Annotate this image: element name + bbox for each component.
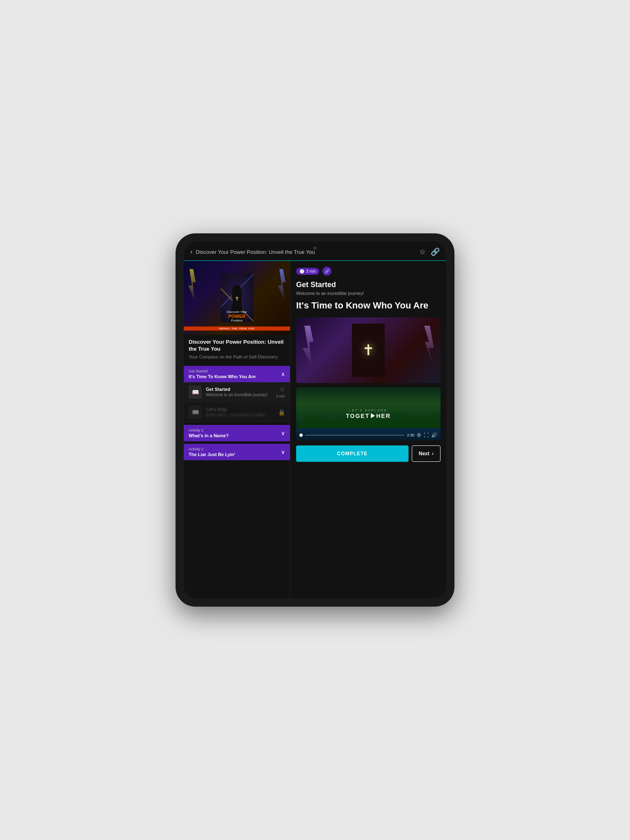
lesson-star-icon[interactable]: ☆ <box>280 386 285 393</box>
course-subtitle: Your Compass on the Path of Self-Discove… <box>189 354 285 359</box>
together-text-right: HER <box>376 412 391 419</box>
hero-cross-icon: ✝ <box>362 342 374 359</box>
volume-icon[interactable]: 🔊 <box>431 432 437 438</box>
header-actions: ☆ 🔗 <box>419 247 440 256</box>
hero-image: ✝ <box>296 317 441 383</box>
lesson-heading: Get Started <box>296 281 441 289</box>
fullscreen-icon[interactable]: ⛶ <box>424 432 429 438</box>
lesson-desc: Welcome to an incredible journey! <box>206 393 276 397</box>
section-get-started: Get Started It's Time To Know Who You Ar… <box>184 366 290 422</box>
course-info: Discover Your Power Position: Unveil the… <box>184 335 290 363</box>
page-title: Discover Your Power Position: Unveil the… <box>196 249 419 255</box>
lesson-book-icon-locked: 📖 <box>189 406 202 419</box>
left-panel: ✝ Discover Your POWER Position UNVEIL TH… <box>184 261 290 598</box>
favorite-icon[interactable]: ☆ <box>419 247 426 256</box>
section-header-get-started[interactable]: Get Started It's Time To Know Who You Ar… <box>184 366 290 382</box>
hero-lightning-left <box>300 326 317 367</box>
lesson-meta: ☆ 3 min <box>276 386 285 398</box>
section-activity-2: Activity 2 The Liar Just Be Lyin' ∨ <box>184 444 290 460</box>
time-badge: 🕐 3 min <box>296 268 319 275</box>
section-name: It's Time To Know Who You Are <box>189 374 256 379</box>
lesson-item-get-started[interactable]: 📖 Get Started Welcome to an incredible j… <box>184 382 290 402</box>
next-arrow-icon: › <box>432 451 434 457</box>
thumb-discover-text: Discover Your <box>184 310 290 314</box>
tablet-device: ‹ Discover Your Power Position: Unveil t… <box>176 233 454 607</box>
lesson-item-pray[interactable]: 📖 Let's Pray In the glory... to conceal … <box>184 402 290 422</box>
section-header-content: Get Started It's Time To Know Who You Ar… <box>189 369 256 379</box>
section-label-2: Activity 1 <box>189 428 228 432</box>
lesson-lock-meta: 🔒 <box>278 409 285 415</box>
chevron-up-icon: ∧ <box>281 371 285 377</box>
header: ‹ Discover Your Power Position: Unveil t… <box>184 242 446 261</box>
section-header-content-3: Activity 2 The Liar Just Be Lyin' <box>189 447 235 457</box>
section-activity-1: Activity 1 What's in a Name? ∨ <box>184 425 290 441</box>
next-label: Next <box>419 451 429 457</box>
play-icon <box>371 413 375 418</box>
section-header-activity-1[interactable]: Activity 1 What's in a Name? ∨ <box>184 425 290 441</box>
section-header-content-2: Activity 1 What's in a Name? <box>189 428 228 438</box>
section-label-3: Activity 2 <box>189 447 235 451</box>
right-panel: 🕐 3 min 🔗 Get Started Welcome to an incr… <box>290 261 446 598</box>
cross-icon: ✝ <box>235 295 240 302</box>
chevron-down-icon-1: ∨ <box>281 430 285 436</box>
lesson-desc-locked: In the glory... to conceal a matter... <box>206 413 278 417</box>
video-overlay-text: LET'S EXPLORE TOGET HER <box>346 409 391 419</box>
share-icon[interactable]: 🔗 <box>431 247 440 256</box>
section-header-activity-2[interactable]: Activity 2 The Liar Just Be Lyin' ∨ <box>184 444 290 460</box>
video-controls: 2:30 ⚙ ⛶ 🔊 <box>296 432 441 438</box>
lesson-book-icon: 📖 <box>189 386 202 399</box>
lesson-info: Get Started Welcome to an incredible jou… <box>206 387 276 397</box>
thumb-power-text: POWER <box>184 314 290 319</box>
lesson-title-locked: Let's Pray <box>206 407 278 412</box>
section-name-3: The Liar Just Be Lyin' <box>189 452 235 457</box>
thumbnail-overlay: ✝ Discover Your POWER Position UNVEIL TH… <box>184 261 290 335</box>
settings-icon[interactable]: ⚙ <box>417 432 421 438</box>
lesson-duration: 3 min <box>276 394 285 398</box>
section-label: Get Started <box>189 369 256 373</box>
progress-bar[interactable] <box>305 435 404 436</box>
course-thumbnail: ✝ Discover Your POWER Position UNVEIL TH… <box>184 261 290 335</box>
video-timestamp: 2:30 <box>407 433 414 437</box>
chevron-down-icon-2: ∨ <box>281 449 285 455</box>
tablet-screen: ‹ Discover Your Power Position: Unveil t… <box>184 242 446 598</box>
time-value: 3 min <box>306 269 316 274</box>
video-player[interactable]: LET'S EXPLORE TOGET HER 2:30 ⚙ ⛶ 🔊 <box>296 387 441 441</box>
lesson-info-locked: Let's Pray In the glory... to conceal a … <box>206 407 278 417</box>
lesson-title: Get Started <box>206 387 276 392</box>
hero-lightning-right <box>420 326 436 367</box>
hero-person: ✝ <box>352 324 385 377</box>
back-button[interactable]: ‹ <box>190 248 192 256</box>
video-together-label: TOGET HER <box>346 412 391 419</box>
lesson-big-title: It's Time to Know Who You Are <box>296 300 441 312</box>
main-content: ✝ Discover Your POWER Position UNVEIL TH… <box>184 261 446 598</box>
together-text-left: TOGET <box>346 412 370 419</box>
complete-button[interactable]: COMPLETE <box>296 445 409 462</box>
course-title: Discover Your Power Position: Unveil the… <box>189 339 285 353</box>
link-badge-icon[interactable]: 🔗 <box>322 267 331 276</box>
action-buttons: COMPLETE Next › <box>296 445 441 462</box>
clock-icon: 🕐 <box>299 269 304 274</box>
meta-bar: 🕐 3 min 🔗 <box>296 267 441 276</box>
progress-dot[interactable] <box>299 434 303 437</box>
video-explore-label: LET'S EXPLORE <box>346 409 391 411</box>
next-button[interactable]: Next › <box>412 445 441 462</box>
thumb-position-text: Position <box>184 319 290 322</box>
lock-icon: 🔒 <box>278 409 285 415</box>
camera <box>313 247 317 250</box>
thumb-banner: UNVEIL THE TRUE YOU <box>184 326 290 331</box>
lesson-welcome-text: Welcome to an incredible journey! <box>296 291 441 296</box>
section-name-2: What's in a Name? <box>189 433 228 438</box>
thumbnail-text: Discover Your POWER Position <box>184 310 290 322</box>
